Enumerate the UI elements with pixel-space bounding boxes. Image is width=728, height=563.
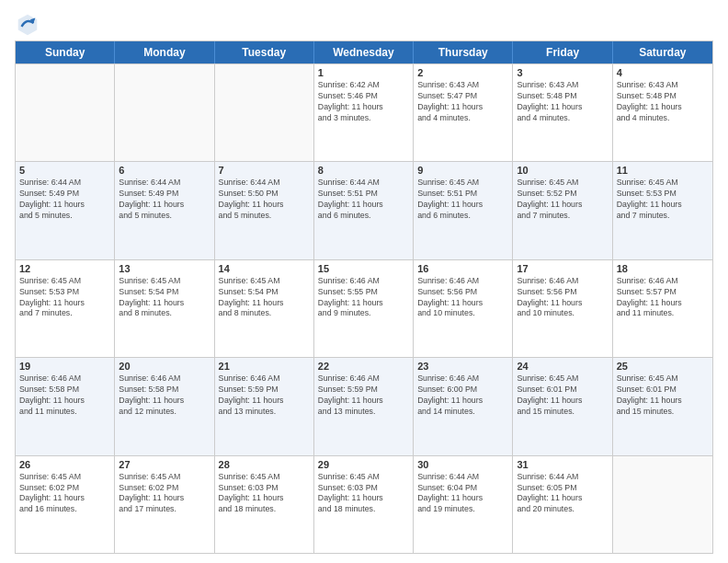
day-cell-6: 6Sunrise: 6:44 AM Sunset: 5:49 PM Daylig… [115, 162, 214, 259]
day-info: Sunrise: 6:46 AM Sunset: 6:00 PM Dayligh… [417, 373, 508, 418]
day-info: Sunrise: 6:42 AM Sunset: 5:46 PM Dayligh… [318, 80, 409, 124]
day-number: 12 [19, 263, 110, 274]
empty-cell [215, 64, 314, 161]
day-info: Sunrise: 6:46 AM Sunset: 5:57 PM Dayligh… [617, 276, 709, 320]
day-cell-4: 4Sunrise: 6:43 AM Sunset: 5:48 PM Daylig… [613, 64, 712, 161]
day-info: Sunrise: 6:46 AM Sunset: 5:59 PM Dayligh… [219, 373, 310, 418]
day-cell-3: 3Sunrise: 6:43 AM Sunset: 5:48 PM Daylig… [513, 64, 612, 161]
calendar-week-5: 26Sunrise: 6:45 AM Sunset: 6:02 PM Dayli… [16, 455, 712, 553]
day-number: 27 [119, 459, 210, 470]
day-number: 4 [617, 67, 709, 78]
day-info: Sunrise: 6:44 AM Sunset: 5:49 PM Dayligh… [119, 178, 210, 222]
header [15, 11, 713, 37]
day-info: Sunrise: 6:44 AM Sunset: 5:51 PM Dayligh… [318, 178, 409, 222]
day-number: 28 [219, 459, 310, 470]
day-cell-7: 7Sunrise: 6:44 AM Sunset: 5:50 PM Daylig… [215, 162, 314, 259]
day-cell-20: 20Sunrise: 6:46 AM Sunset: 5:58 PM Dayli… [115, 358, 214, 454]
day-number: 21 [219, 361, 310, 372]
day-cell-8: 8Sunrise: 6:44 AM Sunset: 5:51 PM Daylig… [314, 162, 414, 259]
calendar-week-3: 12Sunrise: 6:45 AM Sunset: 5:53 PM Dayli… [16, 259, 712, 357]
day-cell-15: 15Sunrise: 6:46 AM Sunset: 5:55 PM Dayli… [314, 260, 414, 357]
day-info: Sunrise: 6:46 AM Sunset: 5:58 PM Dayligh… [119, 373, 210, 418]
day-number: 15 [318, 263, 409, 274]
day-info: Sunrise: 6:45 AM Sunset: 6:01 PM Dayligh… [617, 373, 709, 418]
day-cell-27: 27Sunrise: 6:45 AM Sunset: 6:02 PM Dayli… [115, 456, 214, 553]
day-cell-26: 26Sunrise: 6:45 AM Sunset: 6:02 PM Dayli… [16, 456, 115, 553]
day-info: Sunrise: 6:46 AM Sunset: 5:58 PM Dayligh… [19, 373, 110, 418]
header-day-thursday: Thursday [414, 41, 513, 63]
calendar-week-1: 1Sunrise: 6:42 AM Sunset: 5:46 PM Daylig… [16, 63, 712, 161]
day-cell-22: 22Sunrise: 6:46 AM Sunset: 5:59 PM Dayli… [314, 358, 414, 454]
day-info: Sunrise: 6:46 AM Sunset: 5:56 PM Dayligh… [517, 276, 608, 320]
day-number: 25 [617, 361, 709, 372]
day-cell-2: 2Sunrise: 6:43 AM Sunset: 5:47 PM Daylig… [414, 64, 513, 161]
calendar-week-4: 19Sunrise: 6:46 AM Sunset: 5:58 PM Dayli… [16, 357, 712, 454]
day-info: Sunrise: 6:44 AM Sunset: 5:49 PM Dayligh… [19, 178, 110, 222]
day-info: Sunrise: 6:46 AM Sunset: 5:59 PM Dayligh… [318, 373, 409, 418]
calendar-week-2: 5Sunrise: 6:44 AM Sunset: 5:49 PM Daylig… [16, 161, 712, 259]
empty-cell [613, 456, 712, 553]
header-day-sunday: Sunday [16, 41, 115, 63]
day-number: 23 [417, 361, 508, 372]
day-number: 24 [517, 361, 608, 372]
day-cell-13: 13Sunrise: 6:45 AM Sunset: 5:54 PM Dayli… [115, 260, 214, 357]
header-day-monday: Monday [115, 41, 214, 63]
day-number: 11 [617, 165, 709, 176]
day-cell-24: 24Sunrise: 6:45 AM Sunset: 6:01 PM Dayli… [513, 358, 612, 454]
day-cell-9: 9Sunrise: 6:45 AM Sunset: 5:51 PM Daylig… [414, 162, 513, 259]
day-number: 9 [417, 165, 508, 176]
day-cell-23: 23Sunrise: 6:46 AM Sunset: 6:00 PM Dayli… [414, 358, 513, 454]
header-day-tuesday: Tuesday [215, 41, 314, 63]
day-cell-16: 16Sunrise: 6:46 AM Sunset: 5:56 PM Dayli… [414, 260, 513, 357]
day-cell-29: 29Sunrise: 6:45 AM Sunset: 6:03 PM Dayli… [314, 456, 414, 553]
day-number: 5 [19, 165, 110, 176]
day-cell-18: 18Sunrise: 6:46 AM Sunset: 5:57 PM Dayli… [613, 260, 712, 357]
day-info: Sunrise: 6:45 AM Sunset: 5:52 PM Dayligh… [517, 178, 608, 222]
day-cell-31: 31Sunrise: 6:44 AM Sunset: 6:05 PM Dayli… [513, 456, 612, 553]
day-info: Sunrise: 6:45 AM Sunset: 6:02 PM Dayligh… [19, 472, 110, 516]
day-number: 3 [517, 67, 608, 78]
header-day-friday: Friday [513, 41, 612, 63]
day-info: Sunrise: 6:44 AM Sunset: 6:05 PM Dayligh… [517, 472, 608, 516]
day-info: Sunrise: 6:45 AM Sunset: 5:51 PM Dayligh… [417, 178, 508, 222]
header-day-wednesday: Wednesday [314, 41, 414, 63]
day-number: 10 [517, 165, 608, 176]
day-number: 20 [119, 361, 210, 372]
day-cell-19: 19Sunrise: 6:46 AM Sunset: 5:58 PM Dayli… [16, 358, 115, 454]
day-number: 31 [517, 459, 608, 470]
logo-icon [15, 11, 40, 37]
day-info: Sunrise: 6:45 AM Sunset: 6:03 PM Dayligh… [219, 472, 310, 516]
empty-cell [115, 64, 214, 161]
day-number: 14 [219, 263, 310, 274]
day-cell-25: 25Sunrise: 6:45 AM Sunset: 6:01 PM Dayli… [613, 358, 712, 454]
day-info: Sunrise: 6:45 AM Sunset: 5:53 PM Dayligh… [19, 276, 110, 320]
day-info: Sunrise: 6:45 AM Sunset: 5:54 PM Dayligh… [119, 276, 210, 320]
day-info: Sunrise: 6:45 AM Sunset: 5:54 PM Dayligh… [219, 276, 310, 320]
day-cell-5: 5Sunrise: 6:44 AM Sunset: 5:49 PM Daylig… [16, 162, 115, 259]
day-number: 7 [219, 165, 310, 176]
logo [15, 11, 42, 37]
header-day-saturday: Saturday [613, 41, 712, 63]
day-info: Sunrise: 6:45 AM Sunset: 6:02 PM Dayligh… [119, 472, 210, 516]
day-info: Sunrise: 6:43 AM Sunset: 5:48 PM Dayligh… [617, 80, 709, 124]
day-cell-10: 10Sunrise: 6:45 AM Sunset: 5:52 PM Dayli… [513, 162, 612, 259]
calendar-body: 1Sunrise: 6:42 AM Sunset: 5:46 PM Daylig… [16, 63, 712, 553]
day-number: 6 [119, 165, 210, 176]
calendar: SundayMondayTuesdayWednesdayThursdayFrid… [15, 40, 713, 554]
day-number: 13 [119, 263, 210, 274]
day-cell-28: 28Sunrise: 6:45 AM Sunset: 6:03 PM Dayli… [215, 456, 314, 553]
day-number: 18 [617, 263, 709, 274]
day-info: Sunrise: 6:44 AM Sunset: 5:50 PM Dayligh… [219, 178, 310, 222]
day-info: Sunrise: 6:45 AM Sunset: 5:53 PM Dayligh… [617, 178, 709, 222]
day-cell-11: 11Sunrise: 6:45 AM Sunset: 5:53 PM Dayli… [613, 162, 712, 259]
day-info: Sunrise: 6:43 AM Sunset: 5:47 PM Dayligh… [417, 80, 508, 124]
day-number: 1 [318, 67, 409, 78]
day-cell-14: 14Sunrise: 6:45 AM Sunset: 5:54 PM Dayli… [215, 260, 314, 357]
day-cell-1: 1Sunrise: 6:42 AM Sunset: 5:46 PM Daylig… [314, 64, 414, 161]
day-number: 8 [318, 165, 409, 176]
day-cell-12: 12Sunrise: 6:45 AM Sunset: 5:53 PM Dayli… [16, 260, 115, 357]
day-info: Sunrise: 6:45 AM Sunset: 6:01 PM Dayligh… [517, 373, 608, 418]
day-number: 2 [417, 67, 508, 78]
day-number: 16 [417, 263, 508, 274]
day-info: Sunrise: 6:43 AM Sunset: 5:48 PM Dayligh… [517, 80, 608, 124]
